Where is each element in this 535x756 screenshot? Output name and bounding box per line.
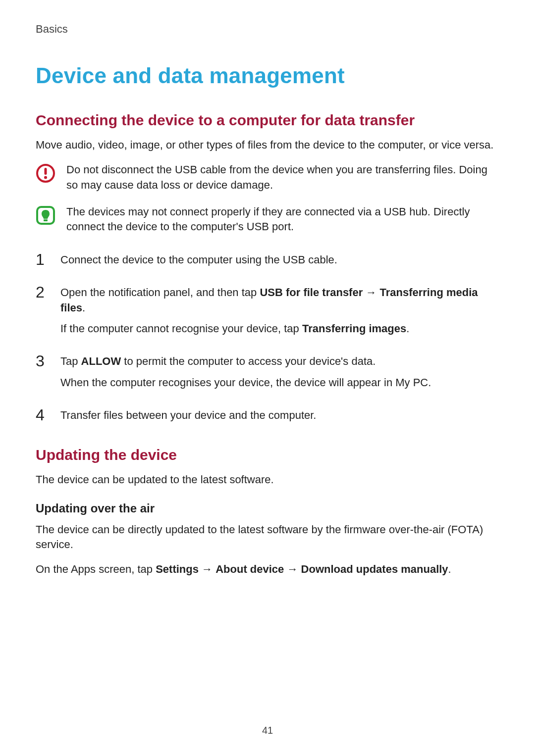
step2-line2: If the computer cannot recognise your de… (60, 321, 499, 336)
text: Open the notification panel, and then ta… (60, 286, 260, 299)
step-4: 4 Transfer files between your device and… (36, 408, 499, 429)
step-number: 3 (36, 353, 50, 369)
step-number: 2 (36, 284, 50, 300)
section1-intro: Move audio, video, image, or other types… (36, 138, 499, 152)
step-number: 4 (36, 407, 50, 423)
section2-p1: The device can be directly updated to th… (36, 522, 499, 553)
text: Tap (60, 355, 81, 367)
section-heading-connecting: Connecting the device to a computer for … (36, 112, 499, 129)
arrow: → (284, 563, 301, 575)
page-title: Device and data management (36, 63, 499, 88)
step3-line2: When the computer recognises your device… (60, 375, 431, 390)
text: . (406, 322, 409, 335)
svg-rect-4 (44, 219, 48, 221)
bold-text: About device (215, 563, 284, 575)
subsection-heading-ota: Updating over the air (36, 502, 499, 515)
bold-text: Transferring images (302, 322, 406, 335)
note-callout: The devices may not connect properly if … (36, 204, 499, 235)
warning-icon (36, 163, 55, 183)
step-text: Transfer files between your device and t… (60, 408, 316, 429)
text: On the Apps screen, tap (36, 563, 156, 575)
step1-text: Connect the device to the computer using… (60, 252, 337, 267)
step-1: 1 Connect the device to the computer usi… (36, 252, 499, 273)
bold-text: USB for file transfer (260, 286, 363, 299)
step-2: 2 Open the notification panel, and then … (36, 285, 499, 342)
arrow: → (199, 563, 215, 575)
step-text: Tap ALLOW to permit the computer to acce… (60, 354, 431, 396)
step2-line1: Open the notification panel, and then ta… (60, 285, 499, 315)
svg-rect-1 (45, 168, 47, 175)
step-text: Open the notification panel, and then ta… (60, 285, 499, 342)
page: Basics Device and data management Connec… (0, 0, 535, 756)
text: . (82, 302, 85, 314)
step3-line1: Tap ALLOW to permit the computer to acce… (60, 354, 431, 369)
note-text: The devices may not connect properly if … (66, 204, 499, 235)
section2-intro: The device can be updated to the latest … (36, 472, 499, 487)
arrow: → (363, 286, 379, 299)
header-section-label: Basics (36, 23, 499, 36)
svg-point-2 (44, 176, 47, 179)
text: If the computer cannot recognise your de… (60, 322, 302, 335)
text: . (448, 563, 451, 575)
page-number: 41 (0, 725, 535, 736)
text: to permit the computer to access your de… (121, 355, 375, 367)
section2-p2: On the Apps screen, tap Settings → About… (36, 562, 499, 577)
step4-text: Transfer files between your device and t… (60, 408, 316, 423)
step-text: Connect the device to the computer using… (60, 252, 337, 273)
step-3: 3 Tap ALLOW to permit the computer to ac… (36, 354, 499, 396)
step-number: 1 (36, 252, 50, 267)
warning-text: Do not disconnect the USB cable from the… (66, 162, 499, 193)
section-heading-updating: Updating the device (36, 447, 499, 463)
note-icon (36, 205, 55, 225)
bold-text: Download updates manually (301, 563, 448, 575)
warning-callout: Do not disconnect the USB cable from the… (36, 162, 499, 193)
bold-text: Settings (156, 563, 199, 575)
bold-text: ALLOW (81, 355, 121, 367)
